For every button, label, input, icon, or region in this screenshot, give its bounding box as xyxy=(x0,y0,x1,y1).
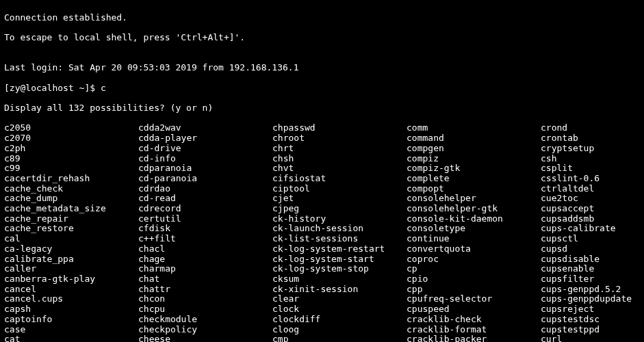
completion-item: clear xyxy=(272,294,407,304)
completion-item: cups-calibrate xyxy=(541,224,632,234)
completion-item: checkpolicy xyxy=(138,325,272,335)
completion-item: consoletype xyxy=(407,224,541,234)
completion-item: c++filt xyxy=(138,234,272,244)
completion-item: c89 xyxy=(4,154,138,164)
completion-item: cd-read xyxy=(138,194,272,204)
completion-item: cloog xyxy=(272,325,407,335)
terminal-output[interactable]: Connection established. To escape to loc… xyxy=(0,0,644,342)
completion-item: compopt xyxy=(407,184,541,194)
completion-item: cache_check xyxy=(4,184,138,194)
completion-item: chrt xyxy=(272,144,407,154)
completion-item: cheese xyxy=(138,334,272,342)
connection-line: Connection established. xyxy=(4,13,640,23)
completion-item: csplit xyxy=(541,163,632,174)
completion-item: cupsctl xyxy=(541,234,632,244)
completion-item: cupstestppd xyxy=(541,325,632,335)
completion-item: compiz xyxy=(407,154,541,164)
completion-item: cups-genppd.5.2 xyxy=(541,285,632,295)
completion-item: cpufreq-selector xyxy=(407,294,541,304)
completion-item: cifsiostat xyxy=(272,174,407,184)
completion-item: caller xyxy=(4,264,138,274)
completion-item: c2ph xyxy=(4,144,138,154)
completion-col-1: cdda2wavcdda-playercd-drivecd-infocdpara… xyxy=(138,123,272,342)
completion-item: console-kit-daemon xyxy=(407,214,541,224)
completion-item: cupsfilter xyxy=(541,274,632,285)
completion-item: cancel xyxy=(4,285,138,295)
completion-item: cjet xyxy=(272,194,407,204)
completion-item: compgen xyxy=(407,144,541,154)
completion-item: ca-legacy xyxy=(4,244,138,254)
escape-hint: To escape to local shell, press 'Ctrl+Al… xyxy=(4,33,640,43)
completion-item: chvt xyxy=(272,163,407,174)
completion-item: curl xyxy=(541,334,632,342)
completion-item: ciptool xyxy=(272,184,407,194)
completion-item: ck-log-system-restart xyxy=(272,244,407,254)
completion-item: chacl xyxy=(138,244,272,254)
completion-item: c2070 xyxy=(4,133,138,144)
completion-item: convertquota xyxy=(407,244,541,254)
completion-item: ck-log-system-stop xyxy=(272,264,407,274)
completion-item: cdda2wav xyxy=(138,123,272,133)
completion-item: cfdisk xyxy=(138,224,272,234)
completion-item: cal xyxy=(4,234,138,244)
completion-item: cp xyxy=(407,264,541,274)
completion-item: cache_restore xyxy=(4,224,138,234)
completion-item: cd-info xyxy=(138,154,272,164)
completion-item: charmap xyxy=(138,264,272,274)
completion-item: cache_metadata_size xyxy=(4,204,138,214)
completion-item: captoinfo xyxy=(4,315,138,325)
completion-item: command xyxy=(407,133,541,144)
completion-item: ck-log-system-start xyxy=(272,254,407,265)
completion-item: csh xyxy=(541,154,632,164)
completion-item: cacertdir_rehash xyxy=(4,174,138,184)
completion-item: certutil xyxy=(138,214,272,224)
completion-item: cmp xyxy=(272,334,407,342)
completion-item: chcon xyxy=(138,294,272,304)
completion-item: chattr xyxy=(138,285,272,295)
completion-item: chage xyxy=(138,254,272,265)
completion-item: ck-xinit-session xyxy=(272,285,407,295)
completion-item: cracklib-format xyxy=(407,325,541,335)
completion-item: cupstestdsc xyxy=(541,315,632,325)
completion-item: cd-drive xyxy=(138,144,272,154)
completion-item: chcpu xyxy=(138,304,272,315)
completion-item: cryptsetup xyxy=(541,144,632,154)
completion-col-3: commcommandcompgencompizcompiz-gtkcomple… xyxy=(407,123,541,342)
prompt-line-1: [zy@localhost ~]$ c xyxy=(4,83,640,94)
completion-item: cracklib-packer xyxy=(407,334,541,342)
completion-item: cue2toc xyxy=(541,194,632,204)
completion-col-2: chpasswdchrootchrtchshchvtcifsiostatcipt… xyxy=(272,123,407,342)
completion-item: chat xyxy=(138,274,272,285)
completion-item: ck-launch-session xyxy=(272,224,407,234)
completion-item: chsh xyxy=(272,154,407,164)
completion-item: cpuspeed xyxy=(407,304,541,315)
last-login: Last login: Sat Apr 20 09:53:03 2019 fro… xyxy=(4,63,640,73)
completion-item: c99 xyxy=(4,163,138,174)
completion-item: cdrdao xyxy=(138,184,272,194)
completion-item: cups-genppdupdate xyxy=(541,294,632,304)
completion-item: ck-list-sessions xyxy=(272,234,407,244)
completion-item: clock xyxy=(272,304,407,315)
completion-item: cpio xyxy=(407,274,541,285)
completion-item: checkmodule xyxy=(138,315,272,325)
completion-item: chpasswd xyxy=(272,123,407,133)
completion-item: c2050 xyxy=(4,123,138,133)
completion-item: cupsaccept xyxy=(541,204,632,214)
completion-item: chroot xyxy=(272,133,407,144)
completion-confirm: Display all 132 possibilities? (y or n) xyxy=(4,103,640,114)
completion-item: cancel.cups xyxy=(4,294,138,304)
completion-col-0: c2050c2070c2phc89c99cacertdir_rehashcach… xyxy=(4,123,138,342)
completion-item: cpp xyxy=(407,285,541,295)
completion-item: ck-history xyxy=(272,214,407,224)
completion-item: crond xyxy=(541,123,632,133)
completion-col-4: crondcrontabcryptsetupcshcsplitcsslint-0… xyxy=(541,123,632,342)
completion-item: cksum xyxy=(272,274,407,285)
completion-item: calibrate_ppa xyxy=(4,254,138,265)
completion-item: cupsd xyxy=(541,244,632,254)
completion-item: cdda-player xyxy=(138,133,272,144)
completion-item: case xyxy=(4,325,138,335)
completion-item: continue xyxy=(407,234,541,244)
completion-item: cache_repair xyxy=(4,214,138,224)
completion-item: complete xyxy=(407,174,541,184)
completion-item: cat xyxy=(4,334,138,342)
